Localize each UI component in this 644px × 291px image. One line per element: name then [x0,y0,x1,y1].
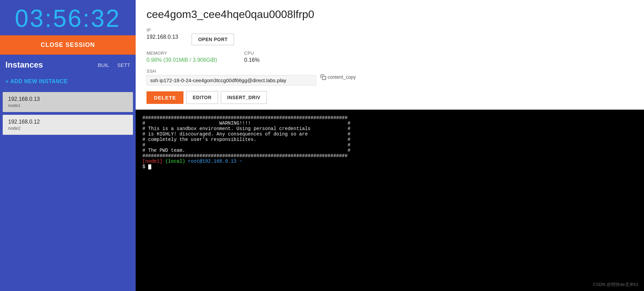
instance-ip-2: 192.168.0.12 [8,119,128,125]
settings-tab[interactable]: SETT [116,61,132,69]
terminal-cursor [148,164,151,169]
info-row-1: IP 192.168.0.13 OPEN PORT [147,28,633,45]
terminal-warning: ########################################… [142,115,350,159]
terminal-prompt-node: [node1] [142,159,162,164]
memory-label: Memory [147,51,217,56]
insert-driver-button[interactable]: INSERT_DRIV [221,91,267,104]
ssh-block: SSH ssh ip172-18-0-24-cee4gom3tccg00df66… [147,69,356,86]
copy-button[interactable]: content_copy [320,74,356,80]
instance-item-2[interactable]: 192.168.0.12 node2 [3,115,133,135]
terminal-prompt-user: root@192.168.0.13 ~ [188,159,242,164]
watermark: CSDN @明快de玄米61 [593,281,639,288]
action-row: DELETE EDITOR INSERT_DRIV [147,91,633,104]
timer-area: 03:56:32 [0,0,136,35]
close-session-button[interactable]: CLOSE SESSION [0,35,136,55]
instance-name-2: node2 [8,126,128,131]
memory-value: 0.98% (39.01MiB / 3.906GiB) [147,57,217,63]
instance-name-1: node1 [8,103,128,108]
terminal-dollar: $ [142,164,148,169]
ssh-label: SSH [147,69,316,74]
main-top: cee4gom3_cee4hqe0qau0008lfrp0 IP 192.168… [136,0,644,110]
instances-header-row: Instances BUIL SETT [0,55,136,72]
delete-button[interactable]: DELETE [147,91,183,104]
copy-label: content_copy [328,74,356,80]
instances-title: Instances [5,60,91,70]
sidebar: 03:56:32 CLOSE SESSION Instances BUIL SE… [0,0,136,291]
cpu-value: 0.16% [244,57,259,63]
ssh-row: SSH ssh ip172-18-0-24-cee4gom3tccg00df66… [147,69,633,86]
terminal[interactable]: ########################################… [136,110,644,291]
terminal-prompt-local: (local) [165,159,185,164]
add-instance-button[interactable]: + ADD NEW INSTANCE [0,72,136,91]
content-copy-icon [320,74,326,80]
timer-display: 03:56:32 [3,6,132,31]
svg-rect-0 [323,76,326,80]
build-tab[interactable]: BUIL [96,61,110,69]
memory-block: Memory 0.98% (39.01MiB / 3.906GiB) [147,51,217,63]
ip-label: IP [147,28,178,33]
open-port-button[interactable]: OPEN PORT [192,34,234,45]
ip-block: IP 192.168.0.13 [147,28,178,40]
editor-button[interactable]: EDITOR [186,91,218,104]
info-row-2: Memory 0.98% (39.01MiB / 3.906GiB) CPU 0… [147,51,633,63]
ip-value: 192.168.0.13 [147,34,178,40]
instance-title: cee4gom3_cee4hqe0qau0008lfrp0 [147,8,633,21]
instance-ip-1: 192.168.0.13 [8,96,128,102]
ssh-label-block: SSH ssh ip172-18-0-24-cee4gom3tccg00df66… [147,69,316,86]
main-panel: cee4gom3_cee4hqe0qau0008lfrp0 IP 192.168… [136,0,644,291]
ssh-value: ssh ip172-18-0-24-cee4gom3tccg00df66gg@d… [147,75,316,86]
cpu-label: CPU [244,51,259,56]
instance-item-1[interactable]: 192.168.0.13 node1 [3,92,133,112]
cpu-block: CPU 0.16% [244,51,259,63]
